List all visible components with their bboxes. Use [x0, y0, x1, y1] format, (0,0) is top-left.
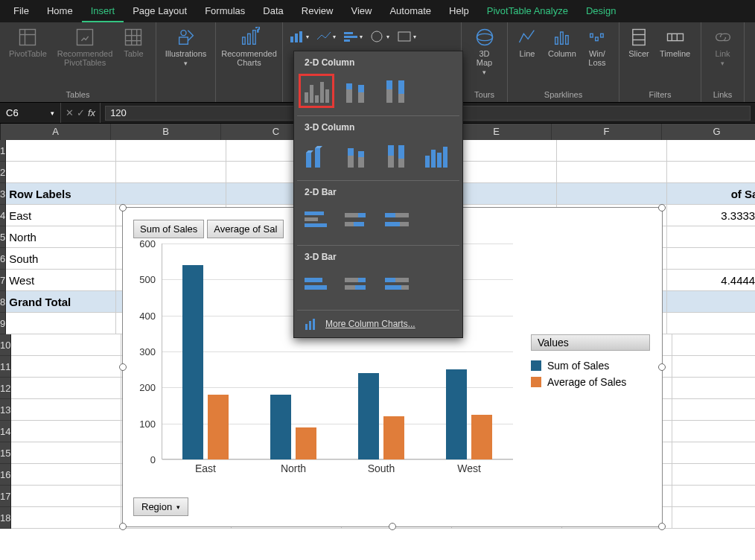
- cell[interactable]: [557, 183, 667, 205]
- cell[interactable]: [447, 162, 557, 183]
- cell[interactable]: [557, 162, 667, 183]
- link-button[interactable]: Link▾: [707, 25, 738, 69]
- cell[interactable]: South: [6, 248, 116, 270]
- bar-chart-dropdown[interactable]: ▾: [343, 30, 363, 43]
- cancel-formula-icon[interactable]: ✕: [66, 107, 74, 118]
- menu-help[interactable]: Help: [440, 0, 478, 22]
- menu-pivottable-analyze[interactable]: PivotTable Analyze: [478, 0, 577, 22]
- bar[interactable]: [296, 427, 316, 460]
- cell[interactable]: [11, 507, 121, 529]
- menu-page-layout[interactable]: Page Layout: [124, 0, 196, 22]
- cell[interactable]: [447, 183, 557, 205]
- stacked-column-option[interactable]: [339, 74, 375, 108]
- cell[interactable]: [672, 442, 755, 464]
- chart-field-button-avg[interactable]: Average of Sal: [207, 220, 284, 238]
- bar[interactable]: [446, 369, 467, 459]
- cell[interactable]: West: [6, 270, 116, 291]
- menu-data[interactable]: Data: [254, 0, 292, 22]
- 100-stacked-column-option[interactable]: [379, 74, 415, 108]
- row-header[interactable]: 4: [0, 205, 6, 226]
- 3d-stacked-bar-option[interactable]: [339, 268, 375, 302]
- row-header[interactable]: 16: [0, 464, 11, 486]
- col-header-F[interactable]: F: [552, 124, 662, 140]
- table-button[interactable]: Table: [120, 25, 147, 60]
- bar[interactable]: [182, 265, 203, 459]
- cell[interactable]: [667, 162, 755, 183]
- resize-handle[interactable]: [658, 204, 666, 211]
- col-header-G[interactable]: G: [662, 124, 755, 140]
- fx-icon[interactable]: fx: [88, 107, 95, 118]
- row-header[interactable]: 17: [0, 486, 11, 507]
- bar[interactable]: [358, 373, 379, 459]
- cell[interactable]: [672, 507, 755, 529]
- cell[interactable]: [667, 313, 755, 334]
- cell[interactable]: [116, 162, 226, 183]
- row-header[interactable]: 18: [0, 507, 11, 529]
- cell[interactable]: [11, 356, 121, 378]
- menu-automate[interactable]: Automate: [380, 0, 440, 22]
- cell[interactable]: [447, 140, 557, 162]
- row-header[interactable]: 15: [0, 442, 11, 464]
- recommended-charts-button[interactable]: ? Recommended Charts: [222, 25, 276, 69]
- 3d-clustered-column-option[interactable]: [299, 139, 334, 173]
- cell[interactable]: [6, 313, 116, 334]
- 3d-stacked-column-option[interactable]: [339, 139, 375, 173]
- column-chart-dropdown[interactable]: ▾: [289, 30, 310, 43]
- stacked-bar-option[interactable]: [339, 203, 375, 238]
- cell[interactable]: [672, 334, 755, 356]
- cell[interactable]: 110: [667, 248, 755, 270]
- row-header[interactable]: 10: [0, 334, 11, 356]
- cell[interactable]: [667, 291, 755, 313]
- bar[interactable]: [471, 415, 492, 459]
- slicer-button[interactable]: Slicer: [625, 25, 652, 60]
- cell[interactable]: [6, 140, 116, 162]
- cell[interactable]: [116, 183, 226, 205]
- enter-formula-icon[interactable]: ✓: [77, 107, 85, 118]
- menu-formulas[interactable]: Formulas: [196, 0, 254, 22]
- bar[interactable]: [270, 395, 291, 459]
- cell[interactable]: Row Labels: [6, 183, 116, 205]
- 3d-clustered-bar-option[interactable]: [299, 268, 334, 302]
- clustered-bar-option[interactable]: [299, 203, 334, 238]
- chart-legend-title[interactable]: Values: [531, 334, 650, 351]
- cell[interactable]: [672, 356, 755, 378]
- clustered-column-option[interactable]: [299, 74, 334, 108]
- chart-field-button-sum[interactable]: Sum of Sales: [133, 220, 204, 238]
- sparkline-winloss-button[interactable]: Win/ Loss: [584, 25, 611, 69]
- cell[interactable]: [672, 378, 755, 399]
- resize-handle[interactable]: [119, 523, 127, 530]
- resize-handle[interactable]: [389, 523, 396, 530]
- cell[interactable]: [11, 334, 121, 356]
- row-header[interactable]: 1: [0, 140, 6, 162]
- name-box[interactable]: C6▾: [0, 103, 61, 123]
- resize-handle[interactable]: [119, 204, 127, 211]
- row-header[interactable]: 2: [0, 162, 6, 183]
- row-header[interactable]: 7: [0, 270, 6, 291]
- menu-home[interactable]: Home: [38, 0, 82, 22]
- cell[interactable]: 3.3333333: [667, 205, 755, 226]
- cell[interactable]: North: [6, 226, 116, 248]
- cell[interactable]: [672, 421, 755, 442]
- row-header[interactable]: 11: [0, 356, 11, 378]
- 100-stacked-bar-option[interactable]: [379, 203, 415, 238]
- cell[interactable]: [667, 140, 755, 162]
- row-header[interactable]: 12: [0, 378, 11, 399]
- sparkline-column-button[interactable]: Column: [545, 25, 579, 60]
- 3d-map-button[interactable]: 3D Map▾: [468, 25, 501, 77]
- row-header[interactable]: 5: [0, 226, 6, 248]
- cell[interactable]: [11, 421, 121, 442]
- bar[interactable]: [383, 416, 404, 459]
- row-header[interactable]: 13: [0, 399, 11, 421]
- 3d-column-option[interactable]: [419, 139, 455, 173]
- cell[interactable]: [11, 442, 121, 464]
- cell[interactable]: 160: [667, 226, 755, 248]
- bar[interactable]: [208, 395, 229, 459]
- cell[interactable]: [11, 464, 121, 486]
- recommended-pivottables-button[interactable]: Recommended PivotTables: [54, 25, 116, 69]
- cell[interactable]: [116, 140, 226, 162]
- cell[interactable]: [672, 399, 755, 421]
- 3d-100-stacked-column-option[interactable]: [379, 139, 415, 173]
- resize-handle[interactable]: [658, 523, 666, 530]
- cell[interactable]: [672, 464, 755, 486]
- col-header-A[interactable]: A: [1, 124, 111, 140]
